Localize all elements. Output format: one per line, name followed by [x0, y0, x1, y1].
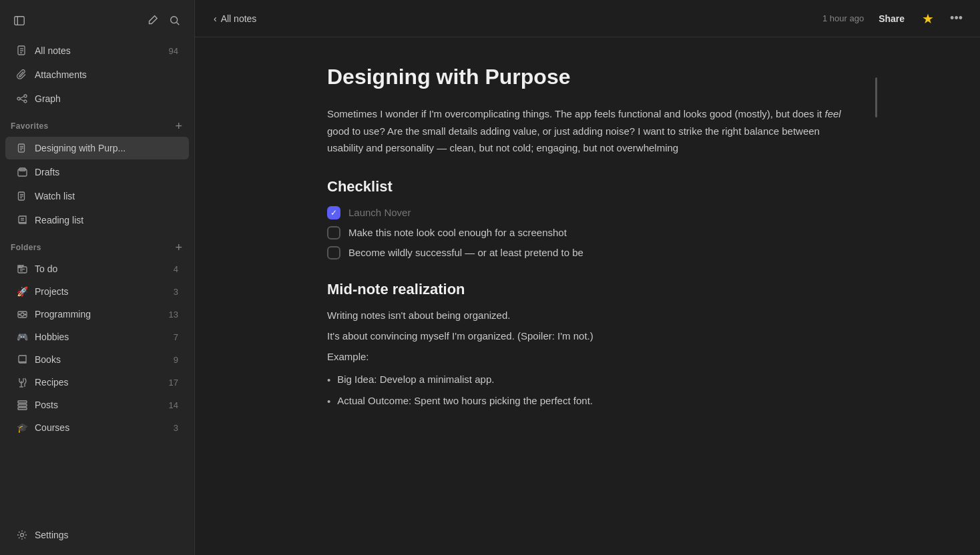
sidebar: All notes 94 Attachments Graph Favorites… [0, 0, 195, 555]
svg-rect-36 [18, 401, 27, 403]
courses-folder-icon: 🎓 [16, 422, 28, 434]
hobbies-folder-count: 7 [174, 332, 178, 342]
note-timestamp: 1 hour ago [822, 13, 864, 23]
list-item-actual-outcome: • Actual Outcome: Spent two hours pickin… [327, 392, 848, 410]
checkbox-success[interactable] [327, 246, 340, 259]
sidebar-folder-recipes[interactable]: Recipes 17 [5, 372, 189, 393]
new-note-button[interactable] [144, 12, 161, 29]
attachments-label: Attachments [35, 69, 87, 80]
sidebar-fav-designing[interactable]: Designing with Purp... [5, 137, 189, 159]
sidebar-item-settings[interactable]: Settings [5, 524, 189, 546]
bullet-icon-1: • [327, 372, 330, 389]
svg-line-3 [177, 23, 180, 25]
search-button[interactable] [166, 12, 184, 29]
bullet-icon-2: • [327, 393, 330, 410]
svg-rect-0 [15, 17, 24, 25]
add-folder-button[interactable]: + [174, 241, 184, 253]
recipes-folder-icon [16, 376, 28, 388]
books-folder-icon [16, 354, 28, 366]
programming-folder-label: Programming [35, 309, 91, 320]
bullet-label-2: Actual Outcome: Spent two hours picking … [337, 392, 593, 410]
back-button[interactable]: ‹ All notes [208, 11, 262, 27]
topbar: ‹ All notes 1 hour ago Share ★ ••• [195, 0, 980, 37]
sidebar-item-attachments[interactable]: Attachments [5, 63, 189, 86]
bullet-label-1: Big Idea: Develop a minimalist app. [337, 371, 494, 388]
note-editor[interactable]: Designing with Purpose Sometimes I wonde… [287, 37, 888, 555]
sidebar-fav-readinglist[interactable]: Reading list [5, 209, 189, 231]
svg-point-39 [21, 534, 24, 537]
recipes-folder-count: 17 [169, 378, 178, 388]
note-title: Designing with Purpose [327, 64, 848, 89]
attachments-icon [16, 69, 28, 81]
posts-folder-icon [16, 399, 28, 411]
sidebar-folder-posts[interactable]: Posts 14 [5, 394, 189, 416]
main-content: ‹ All notes 1 hour ago Share ★ ••• Desig… [195, 0, 980, 555]
readinglist-fav-icon [16, 214, 28, 226]
hobbies-folder-icon: 🎮 [16, 331, 28, 343]
ellipsis-icon: ••• [950, 11, 963, 25]
share-button[interactable]: Share [873, 11, 910, 27]
note-paragraph-example: Example: [327, 348, 848, 366]
projects-folder-label: Projects [35, 286, 69, 297]
scroll-indicator [875, 77, 877, 117]
back-arrow-icon: ‹ [214, 13, 217, 24]
sidebar-fav-watchlist[interactable]: Watch list [5, 185, 189, 207]
add-favorite-button[interactable]: + [174, 120, 184, 132]
hobbies-folder-label: Hobbies [35, 332, 69, 342]
svg-point-32 [25, 314, 26, 315]
settings-label: Settings [35, 530, 69, 540]
posts-folder-label: Posts [35, 400, 58, 410]
watchlist-fav-label: Watch list [35, 191, 75, 201]
note-body-paragraph: Sometimes I wonder if I'm overcomplicati… [327, 105, 848, 157]
recipes-folder-label: Recipes [35, 377, 69, 388]
list-item-big-idea: • Big Idea: Develop a minimalist app. [327, 371, 848, 389]
note-paragraph-2: It's about convincing myself I'm organiz… [327, 327, 848, 345]
sidebar-folder-books[interactable]: Books 9 [5, 349, 189, 370]
checklist-label-launch: Launch Nover [348, 207, 411, 218]
topbar-right: 1 hour ago Share ★ ••• [822, 9, 967, 28]
more-options-button[interactable]: ••• [946, 9, 967, 28]
sidebar-item-graph[interactable]: Graph [5, 87, 189, 110]
sidebar-fav-drafts[interactable]: Drafts [5, 161, 189, 183]
courses-folder-count: 3 [174, 423, 178, 433]
note-bullet-list: • Big Idea: Develop a minimalist app. • … [327, 371, 848, 410]
svg-point-8 [17, 97, 20, 100]
sidebar-folder-projects[interactable]: 🚀 Projects 3 [5, 281, 189, 302]
sidebar-folder-todo[interactable]: To do 4 [5, 258, 189, 280]
watchlist-fav-icon [16, 190, 28, 202]
sidebar-bottom: Settings [0, 518, 194, 547]
all-notes-count: 94 [169, 46, 178, 56]
folders-label: Folders [11, 243, 41, 252]
favorites-label: Favorites [11, 121, 49, 131]
settings-icon [16, 529, 28, 541]
projects-folder-icon: 🚀 [16, 286, 28, 298]
favorite-button[interactable]: ★ [919, 9, 937, 28]
svg-point-9 [24, 95, 27, 97]
sidebar-item-all-notes[interactable]: All notes 94 [5, 39, 189, 62]
checkbox-screenshot[interactable] [327, 226, 340, 239]
toggle-sidebar-button[interactable] [11, 12, 28, 29]
svg-point-31 [19, 314, 20, 315]
svg-rect-38 [18, 408, 27, 410]
sidebar-folder-courses[interactable]: 🎓 Courses 3 [5, 417, 189, 438]
svg-point-10 [24, 100, 27, 103]
courses-folder-label: Courses [35, 422, 69, 433]
books-folder-label: Books [35, 354, 61, 365]
checklist-item-screenshot: Make this note look cool enough for a sc… [327, 226, 848, 239]
all-notes-label: All notes [35, 45, 71, 56]
sidebar-folder-hobbies[interactable]: 🎮 Hobbies 7 [5, 326, 189, 348]
all-notes-icon [16, 45, 28, 57]
drafts-fav-icon [16, 166, 28, 178]
svg-point-2 [171, 17, 178, 23]
drafts-fav-label: Drafts [35, 167, 59, 177]
readinglist-fav-label: Reading list [35, 215, 83, 225]
back-label: All notes [221, 13, 257, 24]
graph-label: Graph [35, 93, 61, 104]
sidebar-top-bar [0, 8, 194, 39]
svg-line-12 [20, 99, 24, 101]
graph-icon [16, 93, 28, 105]
sidebar-folder-programming[interactable]: Programming 13 [5, 304, 189, 325]
svg-point-30 [21, 313, 24, 316]
checkbox-launch[interactable]: ✓ [327, 206, 340, 219]
note-paragraph-1: Writing notes isn't about being organize… [327, 306, 848, 324]
